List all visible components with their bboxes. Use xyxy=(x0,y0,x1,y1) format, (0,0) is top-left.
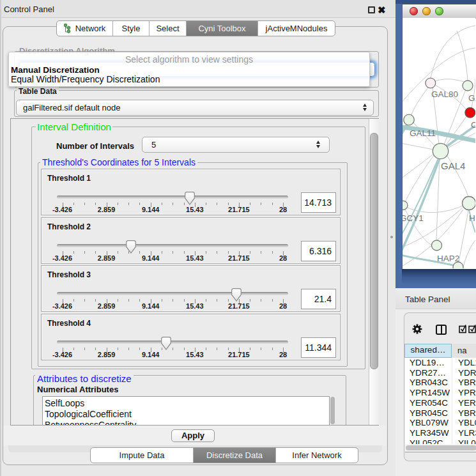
svg-text:GAL11: GAL11 xyxy=(410,128,436,138)
svg-text:GAL80: GAL80 xyxy=(431,89,458,99)
svg-text:H: H xyxy=(469,213,475,223)
svg-text:C: C xyxy=(471,120,475,130)
svg-text:GCY1: GCY1 xyxy=(403,213,424,223)
svg-text:GAL4: GAL4 xyxy=(441,160,465,171)
svg-text:HAP2: HAP2 xyxy=(437,254,459,263)
svg-text:GA: GA xyxy=(468,93,475,103)
